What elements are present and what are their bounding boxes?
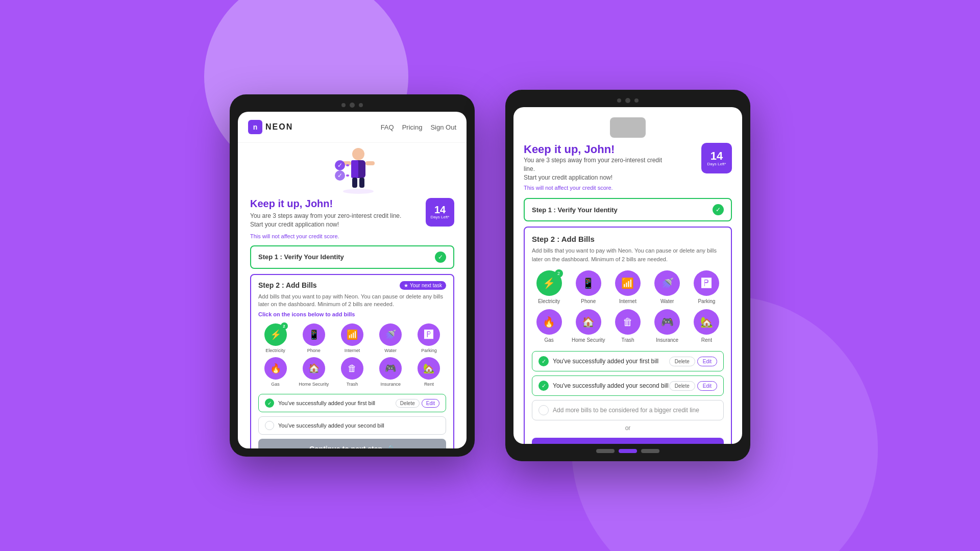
- right-bill-text-1: You've successfully added your first bil…: [553, 358, 658, 365]
- nav-pricing[interactable]: Pricing: [402, 123, 423, 131]
- credit-note: This will not affect your credit score.: [250, 233, 454, 239]
- right-bill-left-2: ✓ You've successfully added your second …: [538, 381, 669, 391]
- svg-rect-6: [359, 178, 364, 188]
- right-delete-2[interactable]: Delete: [669, 381, 695, 391]
- right-check-2: ✓: [538, 381, 549, 391]
- right-bill-electricity[interactable]: ⚡ 2 Electricity: [532, 270, 566, 304]
- svg-rect-5: [352, 178, 357, 188]
- svg-text:✓: ✓: [337, 162, 342, 169]
- right-delete-1[interactable]: Delete: [669, 357, 695, 366]
- nav-faq[interactable]: FAQ: [381, 123, 394, 131]
- svg-rect-11: [346, 164, 349, 166]
- right-label-insurance: Insurance: [656, 337, 678, 343]
- bill-parking[interactable]: 🅿 Parking: [412, 323, 446, 353]
- right-icon-electricity: ⚡ 2: [536, 270, 562, 296]
- nav-signout[interactable]: Sign Out: [430, 123, 456, 131]
- bill-trash[interactable]: 🗑 Trash: [335, 357, 369, 387]
- bill-label-phone: Phone: [307, 348, 321, 353]
- bill-rent[interactable]: 🏡 Rent: [412, 357, 446, 387]
- greeting-sub-2: Start your credit application now!: [250, 220, 426, 229]
- bill-icon-phone: 📱: [303, 323, 325, 346]
- right-check-1: ✓: [538, 356, 549, 366]
- logo-text: NEON: [265, 122, 293, 132]
- right-check-addmore: [538, 405, 549, 415]
- bill-water[interactable]: 🚿 Water: [374, 323, 408, 353]
- right-screen-content: Keep it up, John! You are 3 steps away f…: [513, 107, 742, 444]
- bill-internet[interactable]: 📶 Internet: [335, 323, 369, 353]
- right-bills-grid: ⚡ 2 Electricity 📱 Phone 📶 Internet: [532, 270, 724, 343]
- bill-electricity[interactable]: ⚡ 2 Electricity: [258, 323, 292, 353]
- step2-title: Step 2 : Add Bills: [258, 281, 317, 289]
- right-step2-desc: Add bills that you want to pay with Neon…: [532, 246, 724, 263]
- bill-homesecurity[interactable]: 🏠 Home Security: [297, 357, 331, 387]
- nav-links: FAQ Pricing Sign Out: [381, 123, 456, 131]
- bill-icon-gas: 🔥: [264, 357, 287, 380]
- right-camera-bar: [513, 98, 742, 103]
- logo-letter: n: [253, 123, 258, 131]
- right-label-electricity: Electricity: [538, 298, 560, 304]
- right-greeting-sub2: Start your credit application now!: [524, 173, 667, 182]
- svg-text:✓: ✓: [337, 172, 342, 179]
- right-bill-status-addmore[interactable]: Add more bills to be considered for a bi…: [532, 400, 724, 420]
- right-bill-phone[interactable]: 📱 Phone: [571, 270, 605, 304]
- bill-status-left-2: You've successfully added your second bi…: [265, 421, 384, 430]
- right-bill-gas[interactable]: 🔥 Gas: [532, 309, 566, 343]
- right-label-homesecurity: Home Security: [572, 337, 605, 343]
- step1-check: ✓: [435, 252, 446, 263]
- bill-label-water: Water: [384, 348, 397, 353]
- bill-label-gas: Gas: [271, 382, 280, 387]
- step2-desc: Add bills that you want to pay with Neon…: [258, 293, 446, 309]
- left-screen: n NEON FAQ Pricing Sign Out: [238, 112, 467, 448]
- app-header: n NEON FAQ Pricing Sign Out: [238, 112, 467, 143]
- right-bill-text-2: You've successfully added your second bi…: [553, 382, 669, 389]
- right-days-num: 14: [710, 151, 723, 162]
- bill-icon-trash: 🗑: [341, 357, 363, 380]
- step2-header: Step 2 : Add Bills ★ Your next task: [258, 281, 446, 290]
- bill-icon-internet: 📶: [341, 323, 363, 346]
- or-divider: or: [532, 424, 724, 432]
- right-edit-2[interactable]: Edit: [697, 381, 717, 391]
- right-bill-rent[interactable]: 🏡 Rent: [690, 309, 724, 343]
- right-bill-trash[interactable]: 🗑 Trash: [610, 309, 645, 343]
- right-edit-1[interactable]: Edit: [697, 357, 717, 366]
- right-label-trash: Trash: [621, 337, 634, 343]
- bill-gas[interactable]: 🔥 Gas: [258, 357, 292, 387]
- bill-icon-homesecurity: 🏠: [303, 357, 325, 380]
- camera-dot-2: [350, 103, 355, 108]
- bill-label-homesecurity: Home Security: [299, 382, 329, 387]
- right-label-phone: Phone: [581, 298, 596, 304]
- right-bill-water[interactable]: 🚿 Water: [650, 270, 684, 304]
- bill-edit-1[interactable]: Edit: [422, 399, 439, 408]
- bill-check-2: [265, 421, 274, 430]
- right-bill-parking[interactable]: 🅿 Parking: [690, 270, 724, 304]
- bill-delete-1[interactable]: Delete: [396, 399, 420, 408]
- days-label: Days Left*: [431, 215, 450, 220]
- svg-point-0: [352, 148, 364, 160]
- next-badge: ★ Your next task: [400, 281, 446, 290]
- camera-dot-r2: [625, 98, 630, 103]
- right-bill-insurance[interactable]: 🎮 Insurance: [650, 309, 684, 343]
- greeting-title: Keep it up, John!: [250, 198, 426, 210]
- bill-insurance[interactable]: 🎮 Insurance: [374, 357, 408, 387]
- right-icon-parking: 🅿: [694, 270, 719, 296]
- pagination-dots: [513, 449, 742, 453]
- right-bill-homesecurity[interactable]: 🏠 Home Security: [571, 309, 605, 343]
- bill-check-1: ✓: [265, 398, 274, 408]
- hero-illustration: ✓ ✓: [238, 143, 467, 194]
- pag-dot-1: [596, 449, 615, 453]
- right-icon-internet: 📶: [615, 270, 641, 296]
- right-days-label: Days Left*: [707, 162, 726, 166]
- right-header-avatar: [610, 117, 646, 138]
- bill-phone[interactable]: 📱 Phone: [297, 323, 331, 353]
- continue-btn-left[interactable]: Continue to next step 🔒: [258, 439, 446, 448]
- bill-status-left-1: ✓ You've successfully added your first b…: [265, 398, 375, 408]
- bill-status-2: You've successfully added your second bi…: [258, 416, 446, 435]
- right-bill-left-1: ✓ You've successfully added your first b…: [538, 356, 658, 366]
- bill-status-text-2: You've successfully added your second bi…: [278, 422, 384, 429]
- pag-dot-3: [641, 449, 659, 453]
- devices-container: n NEON FAQ Pricing Sign Out: [230, 90, 750, 461]
- bills-grid: ⚡ 2 Electricity 📱 Phone 📶 Internet: [258, 323, 446, 387]
- greeting-sub-1: You are 3 steps away from your zero-inte…: [250, 212, 426, 220]
- right-continue-btn[interactable]: Continue to next step: [532, 438, 724, 444]
- right-bill-internet[interactable]: 📶 Internet: [610, 270, 645, 304]
